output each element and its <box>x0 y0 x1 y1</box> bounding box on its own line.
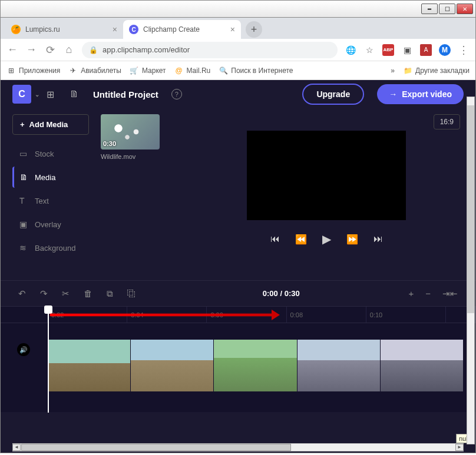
other-bookmarks[interactable]: 📁Другие закладки <box>403 66 470 75</box>
plus-icon: + <box>20 120 25 129</box>
url-text: app.clipchamp.com/editor <box>103 45 190 54</box>
timeline-clip[interactable] <box>131 340 214 391</box>
scroll-right-button[interactable]: ► <box>455 444 464 451</box>
arrow-right-icon: → <box>389 89 397 99</box>
zoom-out-button[interactable]: − <box>425 288 431 299</box>
back-button[interactable]: ← <box>6 44 18 56</box>
tab-close-icon[interactable]: × <box>113 25 117 34</box>
mail-icon: @ <box>174 66 184 75</box>
zoom-in-button[interactable]: + <box>408 288 414 299</box>
help-icon[interactable]: ? <box>171 89 182 99</box>
delete-button[interactable]: 🗑 <box>84 288 92 298</box>
undo-button[interactable]: ↶ <box>18 288 26 299</box>
timeline-toolbar: ↶ ↷ ✂ 🗑 ⧉ ⿻ 0:00 / 0:30 + − ⇥⇤ <box>1 280 475 306</box>
close-button[interactable]: ✕ <box>457 4 473 14</box>
apps-bookmark[interactable]: ⊞Приложения <box>6 66 60 75</box>
app-header: C⌄ ⊞ 🗎 Untitled Project ? Upgrade →Expor… <box>1 80 475 108</box>
bookmark-item[interactable]: 🛒Маркет <box>130 66 166 75</box>
skip-start-button[interactable]: ⏮ <box>270 234 280 244</box>
split-button[interactable]: ✂ <box>62 288 70 299</box>
folder-icon: 📁 <box>403 66 412 75</box>
playhead[interactable] <box>48 307 49 413</box>
maximize-button[interactable]: ☐ <box>439 4 455 14</box>
more-bookmarks[interactable]: » <box>391 67 395 75</box>
scrollbar-thumb[interactable] <box>467 105 474 313</box>
skip-end-button[interactable]: ⏭ <box>373 234 383 244</box>
rewind-button[interactable]: ⏪ <box>295 234 307 245</box>
timeline-clip[interactable] <box>381 340 464 391</box>
lock-icon: 🔒 <box>89 46 98 54</box>
copy-button[interactable]: ⧉ <box>107 288 113 299</box>
video-track[interactable] <box>48 340 464 391</box>
video-preview[interactable] <box>247 131 406 220</box>
adblock-icon[interactable]: ABP <box>382 44 394 56</box>
sidebar-item-stock[interactable]: ▭Stock <box>12 143 89 164</box>
upgrade-button[interactable]: Upgrade <box>302 84 364 105</box>
annotation-arrow <box>50 314 274 316</box>
aspect-ratio-button[interactable]: 16:9 <box>434 114 460 129</box>
overlay-icon: ▣ <box>19 220 29 229</box>
url-input[interactable]: 🔒 app.clipchamp.com/editor <box>82 42 338 58</box>
play-button[interactable]: ▶ <box>322 232 331 246</box>
tab-title: Lumpics.ru <box>25 25 60 34</box>
sidebar-item-media[interactable]: 🗎Media <box>12 167 89 188</box>
sidebar-item-text[interactable]: TText <box>12 190 89 211</box>
minimize-button[interactable]: ━ <box>421 4 438 14</box>
media-thumbnail[interactable]: 0:30 <box>101 114 160 150</box>
text-icon: T <box>19 196 29 205</box>
browser-tab[interactable]: C Clipchamp Create × <box>123 20 241 39</box>
tab-title: Clipchamp Create <box>143 25 200 34</box>
project-title[interactable]: Untitled Project <box>93 89 158 99</box>
forward-button[interactable]: ⏩ <box>346 234 358 245</box>
media-panel: 0:30 Wildlife.mov <box>101 114 189 273</box>
translate-icon[interactable]: 🌐 <box>345 44 356 56</box>
timeline-clip[interactable] <box>214 340 297 391</box>
browser-window: 🍊 Lumpics.ru × C Clipchamp Create × + ← … <box>0 18 476 453</box>
stock-icon: ▭ <box>19 149 29 158</box>
new-tab-button[interactable]: + <box>246 21 262 38</box>
app-logo[interactable]: C⌄ <box>12 85 31 104</box>
scroll-left-button[interactable]: ◄ <box>12 444 21 451</box>
favicon: 🍊 <box>11 25 21 34</box>
sidebar-item-overlay[interactable]: ▣Overlay <box>12 214 89 235</box>
timeline[interactable]: 0:02 0:04 0:06 0:08 0:10 🔊 <box>1 306 475 412</box>
favicon: C <box>129 25 138 34</box>
file-icon[interactable]: 🗎 <box>70 89 79 99</box>
ruler-tick: 0:10 <box>366 307 446 323</box>
add-media-button[interactable]: +Add Media <box>12 114 89 135</box>
media-filename: Wildlife.mov <box>101 153 189 160</box>
media-duration: 0:30 <box>103 140 116 147</box>
bookmark-item[interactable]: 🔍Поиск в Интернете <box>219 66 293 75</box>
star-icon[interactable]: ☆ <box>363 44 375 56</box>
browser-tab[interactable]: 🍊 Lumpics.ru × <box>5 20 123 39</box>
redo-button[interactable]: ↷ <box>40 288 48 299</box>
background-icon: ≋ <box>19 243 29 253</box>
bookmark-item[interactable]: @Mail.Ru <box>174 66 211 75</box>
plane-icon: ✈ <box>68 66 78 75</box>
extension-icon[interactable]: ▣ <box>401 44 413 56</box>
vertical-scrollbar[interactable] <box>467 97 475 444</box>
search-icon: 🔍 <box>219 66 228 75</box>
menu-icon[interactable]: ⋮ <box>458 44 470 57</box>
bookmark-item[interactable]: ✈Авиабилеты <box>68 66 121 75</box>
reload-button[interactable]: ⟳ <box>44 44 56 57</box>
video-icon[interactable]: ⊞ <box>47 89 54 100</box>
tab-close-icon[interactable]: × <box>230 25 235 34</box>
timeline-clip[interactable] <box>298 340 381 391</box>
home-button[interactable]: ⌂ <box>63 44 75 56</box>
preview-panel: 16:9 ⏮ ⏪ ▶ ⏩ ⏭ <box>189 114 464 273</box>
sidebar: +Add Media ▭Stock 🗎Media TText ▣Overlay … <box>12 114 89 273</box>
pdf-icon[interactable]: A <box>420 44 432 56</box>
zoom-fit-button[interactable]: ⇥⇤ <box>442 288 458 299</box>
tab-bar: 🍊 Lumpics.ru × C Clipchamp Create × + <box>1 18 475 39</box>
export-button[interactable]: →Export video <box>377 84 464 104</box>
ruler-tick <box>1 307 48 323</box>
duplicate-button[interactable]: ⿻ <box>127 288 136 298</box>
forward-button[interactable]: → <box>25 44 37 56</box>
audio-icon[interactable]: 🔊 <box>17 343 30 356</box>
sidebar-item-background[interactable]: ≋Background <box>12 237 89 258</box>
timeline-clip[interactable] <box>48 340 131 391</box>
profile-avatar[interactable]: M <box>439 44 451 56</box>
horizontal-scrollbar[interactable]: ◄ ► <box>12 443 464 451</box>
scrollbar-thumb[interactable] <box>21 444 291 451</box>
